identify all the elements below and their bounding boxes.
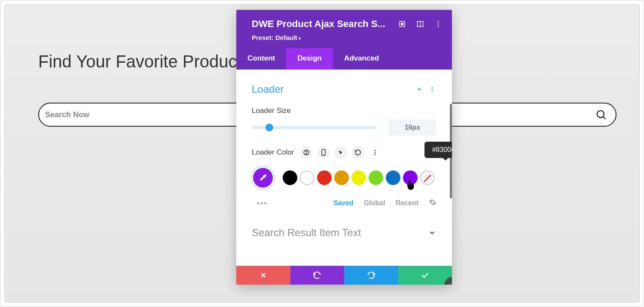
svg-point-6 <box>438 21 439 22</box>
chevron-down-icon <box>428 228 436 237</box>
panel-title: DWE Product Ajax Search S... <box>252 18 389 30</box>
search-icon[interactable] <box>595 109 607 121</box>
settings-panel: DWE Product Ajax Search S... Preset: Def… <box>236 10 452 285</box>
page-heading: Find Your Favorite Products <box>38 52 250 71</box>
reset-icon[interactable] <box>351 146 364 159</box>
ellipsis-icon[interactable]: ••• <box>257 199 323 208</box>
undo-button[interactable] <box>290 266 345 285</box>
palette-tab-global[interactable]: Global <box>364 199 385 207</box>
swatch-orange[interactable] <box>334 170 349 185</box>
hover-icon[interactable] <box>334 146 347 159</box>
svg-point-16 <box>375 150 376 151</box>
swatch-green[interactable] <box>369 170 383 185</box>
chevron-up-icon[interactable] <box>415 85 424 94</box>
panel-tabs: Content Design Advanced <box>236 48 452 70</box>
palette-tabs: ••• Saved Global Recent <box>252 198 436 208</box>
section-loader-head: Loader <box>252 79 436 100</box>
accordion-title: Search Result Item Text <box>252 227 361 239</box>
columns-icon[interactable] <box>415 19 425 29</box>
svg-point-11 <box>432 91 433 92</box>
cancel-button[interactable] <box>236 266 290 285</box>
svg-point-18 <box>375 154 376 155</box>
loader-size-value[interactable]: 16px <box>388 119 436 136</box>
loader-size-label: Loader Size <box>252 106 436 115</box>
svg-point-15 <box>324 154 324 155</box>
field-more-icon[interactable] <box>369 146 382 159</box>
svg-line-1 <box>603 117 606 119</box>
redo-button[interactable] <box>344 266 398 285</box>
svg-point-7 <box>438 24 439 25</box>
swatch-red[interactable] <box>317 170 332 185</box>
gear-icon[interactable] <box>429 198 436 208</box>
accordion-search-result-item-text[interactable]: Search Result Item Text <box>252 227 436 239</box>
mobile-icon[interactable] <box>317 146 330 159</box>
section-loader-title[interactable]: Loader <box>252 83 409 95</box>
tab-content[interactable]: Content <box>236 48 286 70</box>
panel-body: Loader Loader Size 16px Loader Color <box>236 70 452 266</box>
swatch-black[interactable] <box>283 170 297 185</box>
loader-color-row: Loader Color #8300e9 <box>252 146 436 159</box>
svg-point-13 <box>306 154 307 154</box>
tab-advanced[interactable]: Advanced <box>333 48 390 70</box>
svg-point-10 <box>432 89 433 90</box>
svg-rect-3 <box>401 23 403 25</box>
swatch-purple[interactable] <box>403 170 418 185</box>
tab-design[interactable]: Design <box>286 48 333 70</box>
help-icon[interactable] <box>300 146 313 159</box>
palette-tab-recent[interactable]: Recent <box>396 199 418 207</box>
section-more-icon[interactable] <box>428 85 436 94</box>
svg-point-0 <box>597 111 604 118</box>
preset-selector[interactable]: Preset: Default <box>236 30 452 48</box>
loader-size-slider[interactable] <box>252 126 376 129</box>
panel-header: DWE Product Ajax Search S... Preset: Def… <box>236 10 452 48</box>
svg-point-17 <box>375 152 376 153</box>
eyedropper-button[interactable] <box>252 167 274 189</box>
expand-icon[interactable] <box>397 19 407 29</box>
color-tooltip: #8300e9 <box>424 142 452 158</box>
more-icon[interactable] <box>433 19 443 29</box>
save-button[interactable] <box>398 266 452 285</box>
swatch-white[interactable] <box>300 170 314 185</box>
svg-point-8 <box>438 26 439 27</box>
palette-tab-saved[interactable]: Saved <box>333 199 354 207</box>
panel-footer <box>236 266 452 285</box>
loader-color-label: Loader Color <box>252 148 294 157</box>
swatch-yellow[interactable] <box>351 170 366 185</box>
swatch-transparent[interactable] <box>420 170 435 185</box>
swatches-row <box>252 167 436 189</box>
swatch-blue[interactable] <box>386 170 400 185</box>
slider-thumb[interactable] <box>266 124 273 131</box>
svg-point-9 <box>432 87 433 88</box>
